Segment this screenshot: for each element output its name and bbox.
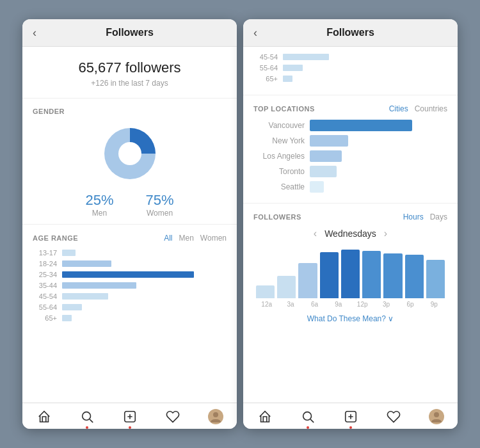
location-bars: Vancouver New York Los Angeles Toronto S… [253,120,447,193]
nav-search-1[interactable] [79,408,95,425]
location-label: Seattle [253,182,305,191]
gender-pie-chart [98,122,162,186]
age-bar [283,54,329,60]
chart-time-label: 12a [256,301,277,308]
tab-hours[interactable]: Hours [403,212,424,221]
age-row: 45-54 [33,292,227,300]
chart-next[interactable]: › [384,228,387,239]
home-icon-2 [257,408,273,425]
age-bars-2: 45-54 55-64 65+ [253,53,447,83]
age-bar-track [62,250,227,256]
age-bar-track [283,54,447,60]
chart-bar [362,251,381,298]
nav-add-1[interactable] [122,408,138,425]
nav-home-1[interactable] [36,408,52,425]
age-bar-track [62,260,227,267]
tab-all[interactable]: All [164,234,172,243]
tab-men[interactable]: Men [179,234,194,243]
add-dot-2 [349,426,352,429]
women-label: Women [146,209,174,218]
gender-section: GENDER 25% Men [22,99,237,225]
svg-point-15 [434,412,439,417]
tab-cities[interactable]: Cities [389,104,408,113]
nav-heart-2[interactable] [385,408,402,425]
page-title-1: Followers [106,27,154,38]
header-2: ‹ Followers [243,19,458,47]
location-bar [310,166,337,177]
age-label: 13-17 [33,249,57,257]
back-button-2[interactable]: ‹ [253,26,257,40]
chart-bar [426,260,445,298]
nav-search-2[interactable] [300,408,316,425]
age-header: AGE RANGE All Men Women [33,234,227,243]
age-bar [283,65,303,71]
bar-chart [253,247,447,298]
phone-1: ‹ Followers 65,677 followers +126 in the… [22,19,237,429]
age-title: AGE RANGE [33,234,78,242]
search-notification-dot [86,426,88,429]
profile-icon-2 [428,408,445,425]
age-label: 55-64 [253,64,278,72]
age-row: 18-24 [33,260,227,268]
nav-profile-1[interactable] [207,408,224,425]
pie-container [33,122,227,186]
location-bar [310,181,324,193]
tab-days[interactable]: Days [430,212,447,221]
age-row-top: 65+ [253,75,447,83]
chart-bar [320,252,339,298]
nav-add-2[interactable] [342,408,359,425]
followers-chart-section: FOLLOWERS Hours Days ‹ Wednesdays › 12a3… [243,204,458,330]
svg-line-10 [310,419,314,422]
chart-time-label: 3a [280,301,301,308]
chart-prev[interactable]: ‹ [314,228,317,239]
bar-col [341,247,360,298]
chart-time-label: 9p [424,301,445,308]
search-icon-2 [300,408,316,425]
age-bar [62,260,111,267]
age-row: 65+ [33,314,227,322]
search-dot-2 [307,426,309,429]
chart-time-label: 12p [352,301,373,308]
bar-col [426,247,445,298]
header-1: ‹ Followers [22,19,237,47]
location-bar [310,150,342,162]
chart-bar [383,253,402,298]
tab-countries[interactable]: Countries [415,104,447,113]
location-label: New York [253,136,305,145]
age-bar-track [283,65,447,71]
chart-bar [298,263,317,298]
chart-header: FOLLOWERS Hours Days [253,212,447,221]
nav-profile-2[interactable] [428,408,445,425]
chart-day: Wednesdays [324,228,376,239]
chart-nav: ‹ Wednesdays › [253,228,447,239]
bar-col [362,247,381,298]
age-label: 35-44 [33,282,57,289]
bar-col [383,247,402,298]
women-pct: 75% [146,192,174,209]
chart-tabs: Hours Days [403,212,447,221]
age-label: 25-34 [33,271,57,278]
age-bar [62,293,108,300]
add-notification-dot [129,426,131,429]
location-row: Seattle [253,181,447,193]
age-bar-track [62,304,227,310]
age-bar-track [62,282,227,289]
age-bar [283,76,292,82]
bottom-nav-2 [243,403,458,429]
age-row-top: 45-54 [253,53,447,61]
location-row: New York [253,135,447,147]
nav-home-2[interactable] [257,408,273,425]
bar-col [277,247,296,298]
back-button-1[interactable]: ‹ [33,26,36,40]
add-icon [122,408,138,425]
bottom-nav-1 [22,403,237,429]
tab-women[interactable]: Women [200,234,227,243]
chart-bar [341,250,360,298]
chart-bar [277,276,296,298]
location-label: Vancouver [253,121,305,130]
men-label: Men [85,209,113,218]
nav-heart-1[interactable] [164,408,181,425]
search-icon [79,408,95,425]
what-mean-link[interactable]: What Do These Mean? ∨ [253,314,447,323]
age-bar-track [62,271,227,278]
